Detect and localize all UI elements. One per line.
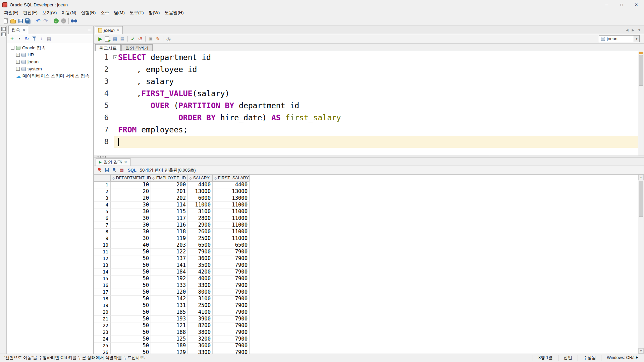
menu-item-7[interactable]: 팀(M) (111, 9, 127, 16)
code-line-2[interactable]: 2 , employee_id (94, 63, 644, 75)
tab-nav-next-icon[interactable]: ▶ (632, 28, 634, 32)
table-row[interactable]: 245012532007900 (94, 336, 644, 343)
search-button[interactable] (70, 17, 77, 24)
table-cell[interactable]: 120 (151, 289, 188, 296)
table-row[interactable]: 165013333007900 (94, 282, 644, 289)
menu-item-3[interactable]: 보기(V) (40, 9, 59, 16)
table-cell[interactable]: 13000 (213, 195, 250, 202)
column-header-employee-id[interactable]: ◇EMPLOYEE_ID (151, 175, 188, 182)
table-cell[interactable]: 142 (151, 296, 188, 302)
table-cell[interactable]: 6500 (188, 242, 213, 249)
chevron-down-icon[interactable]: ▾ (634, 36, 639, 42)
expand-icon[interactable]: + (16, 60, 20, 64)
table-cell[interactable]: 50 (111, 316, 151, 322)
table-cell[interactable]: 4400 (188, 182, 213, 188)
table-cell[interactable]: 50 (111, 336, 151, 343)
undo-button[interactable]: ↶ (35, 17, 42, 24)
menu-item-8[interactable]: 도구(T) (127, 9, 146, 16)
tree-item-system[interactable]: +system (7, 65, 93, 72)
table-cell[interactable]: 11000 (213, 235, 250, 242)
table-row[interactable]: 930119250011000 (94, 235, 644, 242)
table-cell[interactable]: 11000 (213, 208, 250, 215)
pin-result-button[interactable] (111, 167, 118, 174)
row-number[interactable]: 22 (94, 322, 111, 329)
table-cell[interactable]: 50 (111, 296, 151, 302)
menu-item-2[interactable]: 편집(E) (21, 9, 40, 16)
table-cell[interactable]: 185 (151, 309, 188, 316)
table-cell[interactable]: 7900 (188, 249, 213, 255)
table-cell[interactable]: 2800 (188, 215, 213, 222)
tree-item-db-schema-service[interactable]: ☁데이터베이스 스키마 서비스 접속 (7, 72, 93, 79)
table-row[interactable]: 11020044004400 (94, 182, 644, 188)
table-cell[interactable]: 7900 (213, 343, 250, 349)
table-cell[interactable]: 11000 (213, 222, 250, 229)
table-cell[interactable]: 50 (111, 262, 151, 269)
table-cell[interactable]: 114 (151, 202, 188, 208)
row-number[interactable]: 20 (94, 309, 111, 316)
tree-item-joeun[interactable]: +joeun (7, 58, 93, 65)
table-row[interactable]: 155019240007900 (94, 276, 644, 282)
table-cell[interactable]: 2500 (188, 235, 213, 242)
table-cell[interactable]: 50 (111, 343, 151, 349)
tree-item-hr[interactable]: +HR (7, 51, 93, 58)
table-cell[interactable]: 6500 (213, 242, 250, 249)
table-cell[interactable]: 30 (111, 229, 151, 235)
column-header-first-salary[interactable]: ◇FIRST_SALARY (213, 175, 250, 182)
tab-nav-list-icon[interactable]: ▼ (638, 28, 641, 32)
table-cell[interactable]: 50 (111, 255, 151, 262)
tree-item-oracle-connections[interactable]: -Oracle 접속 (7, 44, 93, 51)
scrollbar-thumb[interactable] (639, 55, 643, 86)
menu-item-6[interactable]: 소스 (98, 9, 111, 16)
table-cell[interactable]: 50 (111, 322, 151, 329)
code-line-1[interactable]: 1-SELECT department_id (94, 51, 644, 63)
row-number[interactable]: 26 (94, 349, 111, 354)
table-row[interactable]: 104020365006500 (94, 242, 644, 249)
grid-scrollbar[interactable]: ▲ ▼ (638, 175, 644, 354)
splitter-handle[interactable] (96, 156, 106, 158)
table-cell[interactable]: 50 (111, 276, 151, 282)
table-cell[interactable]: 3800 (188, 329, 213, 336)
sql-editor[interactable]: 1-SELECT department_id2 , employee_id3 ,… (94, 51, 644, 156)
table-cell[interactable]: 7900 (213, 255, 250, 262)
filter-button[interactable] (31, 35, 38, 42)
table-cell[interactable]: 50 (111, 282, 151, 289)
table-cell[interactable]: 11000 (213, 215, 250, 222)
editor-scrollbar[interactable] (638, 51, 644, 156)
table-cell[interactable]: 189 (151, 343, 188, 349)
menu-item-10[interactable]: 도움말(H) (162, 9, 186, 16)
row-number[interactable]: 5 (94, 208, 111, 215)
table-row[interactable]: 145018442007900 (94, 269, 644, 276)
tab-query-result[interactable]: ▶ 질의 결과 ✕ (96, 158, 130, 166)
table-cell[interactable]: 203 (151, 242, 188, 249)
menu-item-9[interactable]: 창(W) (146, 9, 162, 16)
close-icon[interactable]: ✕ (117, 28, 119, 32)
sql-tab-label[interactable]: SQL (128, 168, 137, 173)
table-cell[interactable]: 8000 (188, 289, 213, 296)
table-cell[interactable]: 192 (151, 276, 188, 282)
rollback-button[interactable]: ↺ (137, 35, 144, 42)
table-cell[interactable]: 7900 (213, 269, 250, 276)
table-cell[interactable]: 118 (151, 229, 188, 235)
table-cell[interactable]: 2600 (188, 229, 213, 235)
tab-worksheet[interactable]: 워크시트 (95, 44, 121, 51)
table-cell[interactable]: 202 (151, 195, 188, 202)
tab-joeun-worksheet[interactable]: joeun ✕ (95, 26, 123, 34)
table-cell[interactable]: 20 (111, 188, 151, 195)
table-cell[interactable]: 188 (151, 329, 188, 336)
row-number[interactable]: 7 (94, 222, 111, 229)
table-cell[interactable]: 6000 (188, 195, 213, 202)
table-row[interactable]: 235018838007900 (94, 329, 644, 336)
table-cell[interactable]: 7900 (213, 322, 250, 329)
table-cell[interactable]: 7900 (213, 276, 250, 282)
fetch-button[interactable]: ▦ (118, 167, 125, 174)
row-number[interactable]: 9 (94, 235, 111, 242)
table-row[interactable]: 205018541007900 (94, 309, 644, 316)
table-cell[interactable]: 3600 (188, 343, 213, 349)
commit-button[interactable]: ✓ (129, 35, 137, 42)
save-grid-button[interactable] (103, 167, 111, 174)
table-row[interactable]: 630117280011000 (94, 215, 644, 222)
horizontal-splitter[interactable] (94, 156, 644, 158)
maximize-button[interactable]: □ (614, 0, 629, 9)
table-cell[interactable]: 119 (151, 235, 188, 242)
row-number[interactable]: 10 (94, 242, 111, 249)
